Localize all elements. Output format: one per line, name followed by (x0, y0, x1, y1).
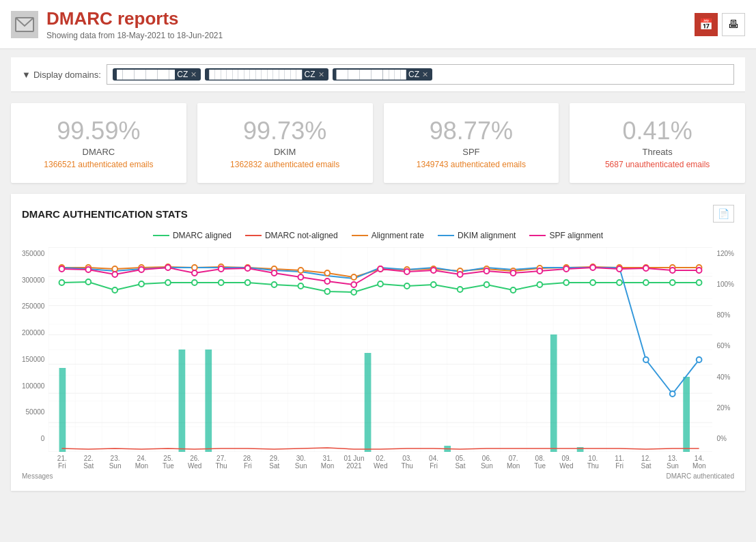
header-buttons: 📅 🖶 (695, 13, 745, 36)
svg-point-27 (511, 287, 516, 293)
svg-point-68 (192, 270, 197, 276)
chart-svg (48, 247, 712, 452)
svg-point-24 (431, 282, 436, 287)
svg-point-26 (484, 282, 490, 287)
threats-label: Threats (580, 147, 734, 157)
header-text: DMARC reports Showing data from 18-May-2… (46, 8, 223, 40)
svg-point-17 (245, 280, 251, 285)
domain-tag-2: ████████████████ CZ ✕ (205, 68, 328, 81)
svg-point-37 (113, 266, 118, 272)
y-axis-right: 120% 100% 80% 60% 40% 20% 0% (712, 247, 734, 470)
legend-line-alignment-rate (352, 235, 368, 236)
svg-point-63 (59, 266, 65, 272)
svg-point-85 (643, 266, 649, 271)
bar-14 (684, 377, 690, 452)
svg-point-44 (298, 268, 304, 273)
svg-point-86 (670, 268, 675, 273)
svg-point-81 (537, 268, 543, 274)
domain-tag-1: ██████████ CZ ✕ (113, 68, 201, 81)
svg-point-11 (86, 279, 92, 285)
svg-point-77 (431, 268, 436, 273)
chart-export-button[interactable]: 📄 (713, 205, 734, 223)
svg-point-66 (139, 267, 145, 272)
svg-point-82 (564, 266, 570, 272)
y-axis-left: 350000 300000 250000 200000 150000 10000… (22, 247, 48, 470)
stat-threats: 0.41% Threats 5687 unauthenticated email… (570, 103, 745, 183)
y-axis-right-label: DMARC authenticated (667, 472, 735, 480)
header-left: DMARC reports Showing data from 18-May-2… (11, 8, 223, 40)
svg-point-62 (697, 357, 702, 362)
svg-point-25 (458, 287, 463, 292)
svg-point-65 (113, 272, 118, 277)
legend-line-dmarc-not-aligned (245, 235, 262, 236)
svg-point-76 (404, 269, 410, 274)
dmarc-label: DMARC (22, 147, 176, 157)
page-title: DMARC reports (46, 8, 223, 29)
chart-title-text: DMARC AUTHENTICATION STATS (22, 208, 188, 220)
svg-point-67 (165, 265, 171, 270)
bar-21 (59, 368, 66, 452)
svg-point-71 (272, 270, 277, 276)
svg-point-15 (192, 280, 197, 285)
chart-section: DMARC AUTHENTICATION STATS 📄 DMARC align… (11, 194, 745, 491)
svg-point-73 (325, 279, 331, 284)
calendar-button[interactable]: 📅 (695, 13, 718, 36)
svg-point-72 (298, 274, 304, 280)
svg-point-33 (670, 280, 675, 285)
dmarc-emails: 1366521 authenticated emails (22, 160, 176, 169)
svg-rect-1 (48, 247, 712, 452)
chart-wrapper: 350000 300000 250000 200000 150000 10000… (22, 247, 734, 470)
svg-point-12 (113, 287, 118, 293)
svg-point-28 (537, 282, 543, 287)
svg-point-22 (378, 281, 384, 287)
print-button[interactable]: 🖶 (722, 13, 745, 36)
legend-line-dkim-alignment (438, 235, 454, 236)
svg-point-14 (165, 280, 171, 285)
svg-point-30 (591, 280, 596, 285)
legend-alignment-rate: Alignment rate (352, 231, 424, 240)
svg-point-87 (697, 268, 702, 273)
svg-point-79 (484, 268, 490, 274)
bar-09 (550, 334, 557, 452)
tag-close-2[interactable]: ✕ (318, 70, 324, 79)
svg-point-13 (139, 281, 145, 287)
svg-point-69 (219, 266, 224, 272)
dkim-emails: 1362832 authenticated emails (208, 160, 362, 169)
legend-dmarc-not-aligned: DMARC not-aligned (245, 231, 338, 240)
filter-bar: ▼ Display domains: ██████████ CZ ✕ █████… (11, 57, 745, 92)
spf-emails: 1349743 authenticated emails (395, 160, 548, 169)
domain-tags-container[interactable]: ██████████ CZ ✕ ████████████████ CZ ✕ ██… (107, 64, 734, 85)
svg-point-74 (352, 282, 357, 287)
legend-dkim-alignment: DKIM alignment (438, 231, 516, 240)
axis-labels-row: Messages DMARC authenticated (22, 472, 734, 480)
svg-point-20 (325, 289, 331, 294)
y-axis-left-label: Messages (22, 472, 53, 480)
stat-dmarc: 99.59% DMARC 1366521 authenticated email… (11, 103, 186, 183)
svg-point-75 (378, 266, 384, 272)
svg-point-84 (617, 266, 622, 272)
stat-spf: 98.77% SPF 1349743 authenticated emails (384, 103, 559, 183)
svg-point-61 (670, 391, 675, 397)
legend-line-spf-alignment (529, 235, 546, 236)
x-axis-labels: 21.Fri 22.Sat 23.Sun 24.Mon 25.Tue 26.We… (48, 452, 712, 470)
svg-point-80 (511, 270, 516, 276)
svg-point-19 (298, 283, 304, 289)
svg-point-29 (564, 280, 570, 285)
svg-point-64 (86, 267, 92, 272)
svg-point-34 (697, 280, 702, 285)
svg-point-40 (192, 265, 197, 270)
header: DMARC reports Showing data from 18-May-2… (0, 0, 756, 49)
spf-pct: 98.77% (395, 117, 548, 145)
threats-emails: 5687 unauthenticated emails (580, 160, 734, 169)
dmarc-pct: 99.59% (22, 117, 176, 145)
threats-pct: 0.41% (580, 117, 734, 145)
dkim-pct: 99.73% (208, 117, 362, 145)
filter-icon: ▼ (22, 70, 31, 80)
tag-close-1[interactable]: ✕ (191, 70, 197, 79)
domain-tag-3: ████████████ CZ ✕ (333, 68, 432, 81)
tag-close-3[interactable]: ✕ (422, 70, 428, 79)
stats-row: 99.59% DMARC 1366521 authenticated email… (0, 92, 756, 194)
svg-point-45 (325, 270, 331, 276)
bar-02jun (365, 353, 372, 452)
legend-dmarc-aligned: DMARC aligned (153, 231, 232, 240)
